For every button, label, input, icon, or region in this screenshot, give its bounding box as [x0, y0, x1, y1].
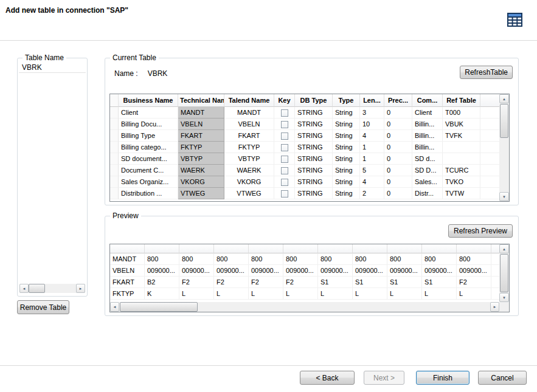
preview-value: L — [457, 288, 491, 300]
column-header-db-type[interactable]: DB Type — [295, 94, 333, 107]
filler-cell — [480, 142, 499, 153]
preview-value: 800 — [179, 253, 214, 265]
column-header-comment[interactable]: Com... — [412, 94, 443, 107]
table-name-list-item[interactable]: VBRK — [19, 63, 86, 73]
scrollbar-track[interactable] — [119, 302, 490, 312]
back-button[interactable]: < Back — [300, 371, 355, 385]
scroll-left-arrow-icon[interactable]: ◄ — [110, 302, 119, 312]
preview-value: L — [422, 288, 457, 300]
key-checkbox[interactable] — [281, 144, 288, 151]
schema-row[interactable]: Billing TypeFKARTFKARTSTRINGString40Bill… — [110, 130, 499, 142]
cell-length: 4 — [360, 176, 384, 188]
schema-row[interactable]: Billing catego...FKTYPFKTYPSTRINGString1… — [110, 142, 499, 153]
cell-type: String — [333, 153, 360, 165]
key-checkbox[interactable] — [281, 167, 288, 174]
scrollbar-thumb[interactable] — [120, 302, 198, 312]
preview-hscrollbar[interactable]: ◄ ► — [110, 302, 499, 312]
scroll-right-arrow-icon[interactable]: ► — [490, 302, 499, 312]
preview-value: 009000... — [457, 265, 491, 277]
preview-row[interactable]: FKTYPKLLLLLLLLL — [110, 288, 499, 300]
current-table: Business NameTechnical NameTalend NameKe… — [109, 94, 510, 202]
preview-row[interactable]: FKARTB2F2F2F2F2S1S1S1S1F2 — [110, 277, 499, 288]
key-checkbox[interactable] — [281, 156, 288, 163]
refresh-table-button[interactable]: RefreshTable — [460, 66, 513, 79]
preview-value: 800 — [283, 253, 318, 265]
preview-column-header[interactable] — [249, 244, 283, 253]
preview-column-header[interactable] — [283, 244, 318, 253]
scroll-down-arrow-icon[interactable]: ▼ — [499, 192, 509, 201]
column-header-business-name[interactable]: Business Name — [119, 94, 178, 107]
scrollbar-thumb[interactable] — [500, 104, 508, 138]
current-table-panel: Current Table Name :VBRK RefreshTable Bu… — [105, 58, 519, 205]
column-header-key[interactable]: Key — [274, 94, 295, 107]
cell-business-name: Client — [119, 107, 178, 119]
preview-value: S1 — [422, 277, 457, 288]
preview-row[interactable]: MANDT800800800800800800800800800800 — [110, 253, 499, 265]
column-header-type[interactable]: Type — [333, 94, 360, 107]
scroll-up-arrow-icon[interactable]: ▲ — [499, 94, 509, 103]
scrollbar-thumb[interactable] — [500, 254, 508, 292]
key-checkbox[interactable] — [281, 179, 288, 186]
key-checkbox[interactable] — [281, 121, 288, 128]
preview-value: 009000... — [283, 265, 318, 277]
remove-table-button[interactable]: Remove Table — [17, 300, 69, 314]
preview-value: 800 — [249, 253, 283, 265]
column-header-talend-name[interactable]: Talend Name — [224, 94, 274, 107]
scrollbar-thumb[interactable] — [29, 284, 45, 293]
preview-value: F2 — [179, 277, 214, 288]
finish-button[interactable]: Finish — [416, 371, 469, 385]
key-checkbox[interactable] — [281, 190, 288, 198]
schema-row[interactable]: SD document...VBTYPVBTYPSTRINGString10SD… — [110, 153, 499, 165]
current-table-vscrollbar[interactable]: ▲ ▼ — [499, 94, 509, 201]
header-filler — [480, 94, 499, 107]
cell-comment: Billin... — [412, 130, 443, 142]
scrollbar-track[interactable] — [29, 284, 76, 293]
cell-precision: 0 — [384, 119, 412, 130]
preview-column-header[interactable] — [214, 244, 249, 253]
cell-length: 2 — [360, 188, 384, 199]
filler-cell — [480, 165, 499, 176]
schema-row[interactable]: Distribution ...VTWEGVTWEGSTRINGString20… — [110, 188, 499, 199]
preview-value: 800 — [318, 253, 353, 265]
cell-type: String — [333, 142, 360, 153]
key-checkbox[interactable] — [281, 132, 288, 140]
preview-column-header[interactable] — [318, 244, 353, 253]
next-button: Next > — [364, 371, 404, 385]
column-header-precision[interactable]: Prec... — [384, 94, 412, 107]
key-checkbox[interactable] — [281, 109, 288, 117]
footer-separator — [0, 365, 537, 366]
preview-column-header[interactable] — [457, 244, 491, 253]
scroll-down-arrow-icon[interactable]: ▼ — [499, 293, 509, 302]
column-header-ref-table[interactable]: Ref Table — [443, 94, 480, 107]
cancel-button[interactable]: Cancel — [478, 371, 527, 385]
cell-technical-name: VBELN — [178, 119, 224, 130]
schema-row[interactable]: Sales Organiz...VKORGVKORGSTRINGString40… — [110, 176, 499, 188]
cell-length: 3 — [360, 107, 384, 119]
preview-column-header[interactable] — [145, 244, 179, 253]
scroll-left-arrow-icon[interactable]: ◄ — [19, 284, 29, 293]
cell-length: 5 — [360, 165, 384, 176]
preview-row[interactable]: VBELN009000...009000...009000...009000..… — [110, 265, 499, 277]
preview-column-header[interactable] — [110, 244, 145, 253]
preview-field-name: FKTYP — [110, 288, 145, 300]
preview-column-header[interactable] — [422, 244, 457, 253]
header-filler — [491, 244, 499, 253]
cell-comment: Client — [412, 107, 443, 119]
scroll-right-arrow-icon[interactable]: ► — [76, 284, 85, 293]
schema-row[interactable]: Billing Docu...VBELNVBELNSTRINGString100… — [110, 119, 499, 130]
preview-column-header[interactable] — [387, 244, 422, 253]
schema-row[interactable]: Document C...WAERKWAERKSTRINGString50SD … — [110, 165, 499, 176]
schema-row[interactable]: ClientMANDTMANDTSTRINGString30ClientT000 — [110, 107, 499, 119]
preview-vscrollbar[interactable]: ▲ ▼ — [499, 244, 509, 302]
scroll-up-arrow-icon[interactable]: ▲ — [499, 244, 509, 253]
preview-column-header[interactable] — [179, 244, 214, 253]
refresh-preview-button[interactable]: Refresh Preview — [448, 224, 513, 238]
column-header-technical-name[interactable]: Technical Name — [178, 94, 224, 107]
column-header-length[interactable]: Len... — [360, 94, 384, 107]
filler-cell — [480, 176, 499, 188]
preview-column-header[interactable] — [353, 244, 387, 253]
cell-technical-name: VTWEG — [178, 188, 224, 199]
table-name-list-hscrollbar[interactable]: ◄ ► — [19, 284, 85, 293]
preview-value: B2 — [145, 277, 179, 288]
table-name-list[interactable]: VBRK — [19, 63, 86, 272]
